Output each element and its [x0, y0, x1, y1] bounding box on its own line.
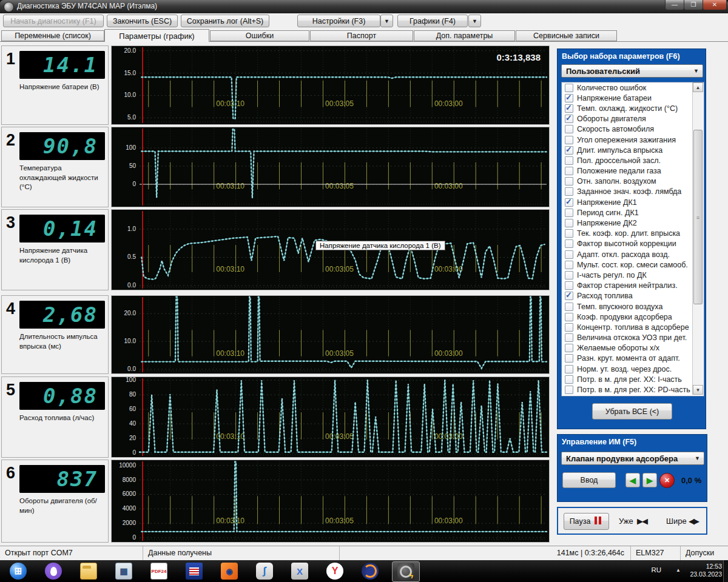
- parameter-list-item[interactable]: Напряжение батареи: [562, 93, 704, 103]
- taskbar-button-disk-app[interactable]: [181, 561, 207, 581]
- parameter-list-item[interactable]: Количество ошибок: [562, 82, 704, 93]
- restore-button[interactable]: ❐: [684, 0, 703, 10]
- parameter-list-item[interactable]: Расход топлива: [562, 291, 704, 301]
- checkbox-icon[interactable]: [565, 156, 573, 165]
- preset-dropdown[interactable]: Пользовательский ▼: [561, 64, 703, 78]
- tab-parameters-graph[interactable]: Параметры (график): [104, 29, 209, 42]
- taskbar-button-app-drop[interactable]: [40, 561, 67, 581]
- charts-area[interactable]: Напряжение датчика кислорода 1 (В) 20.01…: [111, 45, 550, 543]
- finish-button[interactable]: Закончить (ESC): [107, 15, 178, 27]
- taskbar-button-image-viewer[interactable]: ◉: [216, 561, 243, 581]
- taskbar-button-start[interactable]: ⊞: [5, 561, 32, 581]
- decrease-arrow-button[interactable]: ◀: [625, 473, 640, 487]
- tray-expand-icon[interactable]: ▲: [676, 567, 681, 573]
- checkbox-icon[interactable]: [565, 375, 573, 384]
- taskbar-button-diagnostics-active[interactable]: ϟ: [392, 561, 420, 582]
- start-diagnostics-button[interactable]: Начать диагностику (F1): [3, 15, 104, 27]
- parameter-list-item[interactable]: Тек. коэф. кор. длит. впрыска: [562, 229, 704, 239]
- parameter-list-item[interactable]: Темп. охл. жидк. при пуске: [562, 395, 704, 396]
- pause-button[interactable]: Пауза: [564, 513, 609, 530]
- chart-strip-1[interactable]: 20.015.010.05.000:03:1000:03:0500:03:000…: [111, 45, 550, 125]
- parameter-list-item[interactable]: Разн. крут. момента от адапт.: [562, 353, 704, 364]
- stop-icon[interactable]: ✕: [659, 473, 675, 488]
- parameter-list-item[interactable]: Величина отскока УОЗ при дет.: [562, 333, 704, 343]
- checkbox-icon[interactable]: [565, 177, 573, 186]
- graphs-dropdown-arrow[interactable]: ▼: [468, 15, 481, 27]
- checkbox-icon[interactable]: [565, 303, 573, 311]
- checkbox-icon[interactable]: [565, 386, 573, 394]
- checkbox-icon[interactable]: [565, 354, 573, 363]
- tab-service-records[interactable]: Сервисные записи: [516, 30, 617, 41]
- taskbar-button-calculator[interactable]: ▦: [110, 561, 137, 581]
- parameter-list-item[interactable]: Адапт. откл. расхода возд.: [562, 249, 704, 259]
- parameter-list-item[interactable]: Длит. импульса впрыска: [562, 145, 704, 155]
- tab-errors[interactable]: Ошибки: [210, 30, 309, 41]
- checkbox-icon[interactable]: [565, 396, 573, 396]
- scroll-up-icon[interactable]: ▲: [693, 82, 703, 92]
- tab-passport[interactable]: Паспорт: [310, 30, 413, 41]
- checkbox-icon[interactable]: [565, 209, 573, 217]
- chart-strip-2[interactable]: 10050000:03:1000:03:0500:03:00: [111, 127, 550, 207]
- parameter-list[interactable]: Количество ошибокНапряжение батареиТемп.…: [561, 82, 704, 396]
- settings-button[interactable]: Настройки (F3): [297, 15, 380, 27]
- parameter-list-item[interactable]: Норм. ут. возд. через дрос.: [562, 364, 704, 374]
- checkbox-icon[interactable]: [565, 229, 573, 238]
- checkbox-icon[interactable]: [565, 104, 573, 113]
- increase-arrow-button[interactable]: ▶: [642, 473, 657, 487]
- checkbox-icon[interactable]: [565, 250, 573, 259]
- parameter-list-item[interactable]: Концентр. топлива в адсорбере: [562, 322, 704, 332]
- enter-button[interactable]: Ввод: [562, 472, 616, 488]
- settings-dropdown-arrow[interactable]: ▼: [380, 15, 393, 27]
- taskbar-button-phone-app[interactable]: ∫: [251, 561, 278, 581]
- parameter-list-item[interactable]: Темп. охлажд. жидкости (°С): [562, 103, 704, 113]
- checkbox-icon[interactable]: [565, 219, 573, 227]
- checkbox-icon[interactable]: [565, 198, 573, 207]
- parameter-list-item[interactable]: I-часть регул. по ДК: [562, 270, 704, 280]
- actuator-dropdown[interactable]: Клапан продувки адсорбера ▼: [561, 452, 704, 465]
- parameter-list-item[interactable]: Темп. впускного воздуха: [562, 301, 704, 312]
- tab-extra-parameters[interactable]: Доп. параметры: [414, 30, 515, 41]
- language-indicator[interactable]: RU: [651, 566, 661, 574]
- checkbox-icon[interactable]: [565, 94, 573, 102]
- parameter-list-item[interactable]: Скорость автомобиля: [562, 124, 704, 135]
- parameter-list-item[interactable]: Напряжение ДК2: [562, 218, 704, 228]
- checkbox-icon[interactable]: [565, 187, 573, 196]
- parameter-list-item[interactable]: Желаемые обороты х/х: [562, 343, 704, 353]
- parameter-list-item[interactable]: Период сигн. ДК1: [562, 207, 704, 218]
- scroll-down-icon[interactable]: ▼: [693, 385, 703, 395]
- checkbox-icon[interactable]: [565, 292, 573, 300]
- parameter-list-item[interactable]: Фактор высотной коррекции: [562, 239, 704, 249]
- checkbox-icon[interactable]: [565, 323, 573, 332]
- checkbox-icon[interactable]: [565, 146, 573, 155]
- checkbox-icon[interactable]: [565, 271, 573, 279]
- taskbar-button-explorer[interactable]: [75, 561, 102, 581]
- save-log-button[interactable]: Сохранить лог (Alt+S): [181, 15, 269, 27]
- close-button[interactable]: ✕: [703, 0, 727, 10]
- checkbox-icon[interactable]: [565, 313, 573, 321]
- parameter-list-item[interactable]: Обороты двигателя: [562, 114, 704, 124]
- parameter-list-item[interactable]: Фактор старения нейтрализ.: [562, 281, 704, 291]
- parameter-list-item[interactable]: Угол опережения зажигания: [562, 135, 704, 145]
- parameter-list-item[interactable]: Заданное знач. коэф. лямбда: [562, 187, 704, 197]
- checkbox-icon[interactable]: [565, 344, 573, 352]
- parameter-list-item[interactable]: Отн. заполн. воздухом: [562, 176, 704, 187]
- parameter-list-item[interactable]: Положение педали газа: [562, 166, 704, 176]
- checkbox-icon[interactable]: [565, 167, 573, 175]
- checkbox-icon[interactable]: [565, 365, 573, 373]
- chart-strip-4[interactable]: 20.010.00.000:03:1000:03:0500:03:00: [111, 295, 550, 374]
- narrower-icon[interactable]: ▶◀: [637, 517, 647, 526]
- checkbox-icon[interactable]: [565, 125, 573, 133]
- parameter-list-item[interactable]: Напряжение ДК1: [562, 197, 704, 207]
- chart-strip-6[interactable]: 100008000600040002000000:03:1000:03:0500…: [111, 460, 550, 543]
- remove-all-button[interactable]: Убрать ВСЕ (<): [592, 403, 672, 420]
- checkbox-icon[interactable]: [565, 115, 573, 123]
- graphs-button[interactable]: Графики (F4): [397, 15, 468, 27]
- checkbox-icon[interactable]: [565, 239, 573, 248]
- scrollbar-thumb[interactable]: ≡: [693, 130, 703, 304]
- parameter-list-item[interactable]: Коэф. продувки адсорбера: [562, 312, 704, 322]
- taskbar-button-pdf24[interactable]: PDF24: [146, 561, 172, 581]
- parameter-list-item[interactable]: Пол. дроссельной засл.: [562, 155, 704, 166]
- taskbar-button-x-app[interactable]: X: [286, 561, 313, 581]
- checkbox-icon[interactable]: [565, 333, 573, 342]
- show-desktop-button[interactable]: [723, 560, 728, 582]
